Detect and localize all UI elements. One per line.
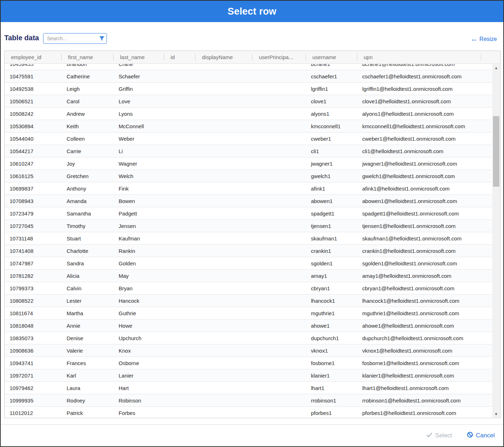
scrollbar-track[interactable] bbox=[492, 71, 500, 417]
table-cell: Samantha bbox=[62, 207, 114, 219]
column-header-display-name[interactable]: displayName bbox=[196, 51, 253, 63]
table-cell bbox=[196, 282, 253, 294]
table-cell bbox=[196, 394, 253, 406]
vertical-scrollbar[interactable]: ▲ ▼ bbox=[492, 64, 500, 417]
column-header-user-principal-name[interactable]: userPrincipa... bbox=[253, 51, 306, 63]
scrollbar-thumb[interactable] bbox=[493, 116, 499, 187]
table-cell: Calvin bbox=[62, 282, 114, 294]
table-row[interactable]: 10908636ValerieKnoxvknox1vknox1@helloidt… bbox=[5, 344, 492, 357]
table-cell: crankin1 bbox=[306, 245, 357, 257]
table-row[interactable]: 10699837AnthonyFinkafink1afink1@helloidt… bbox=[5, 182, 492, 195]
table-row[interactable]: 10747987SandraGoldensgolden1sgolden1@hel… bbox=[5, 257, 492, 270]
table-cell: fosborne1 bbox=[306, 357, 357, 369]
table-cell bbox=[164, 64, 196, 70]
table-row[interactable]: 10723479SamanthaPadgettspadgett1spadgett… bbox=[5, 207, 492, 220]
table-cell: 10908636 bbox=[5, 344, 62, 357]
table-cell: Lanier bbox=[114, 369, 164, 381]
table-cell bbox=[253, 332, 306, 344]
select-button[interactable]: Select bbox=[426, 432, 452, 439]
table-row[interactable]: 10506521CarolLoveclove1clove1@helloidtes… bbox=[5, 95, 492, 108]
table-cell: Carol bbox=[62, 95, 114, 107]
table-cell: Karl bbox=[62, 369, 114, 381]
table-cell: Upchurch bbox=[114, 332, 164, 344]
scroll-down-icon[interactable]: ▼ bbox=[492, 410, 500, 417]
table-cell: rrobinson1@helloidtest1.onmicrosoft.com bbox=[357, 394, 481, 406]
table-row[interactable]: 10459455BrandonCranebcrane1bcrane1@hello… bbox=[5, 64, 492, 70]
table-cell: afink1 bbox=[306, 182, 357, 194]
table-cell: lhart1@helloidtest1.onmicrosoft.com bbox=[357, 382, 481, 394]
table-cell: clove1 bbox=[306, 95, 357, 107]
table-row[interactable]: 10979462LauraHartlhart1lhart1@helloidtes… bbox=[5, 382, 492, 394]
table-cell: Denise bbox=[62, 332, 114, 344]
table-cell bbox=[253, 182, 306, 194]
table-row[interactable]: 10544040ColleenWebercweber1cweber1@hello… bbox=[5, 132, 492, 145]
table-cell: gwelch1@helloidtest1.onmicrosoft.com bbox=[357, 170, 481, 182]
table-row[interactable]: 10530894KeithMcConnellkmcconnell1kmcconn… bbox=[5, 120, 492, 132]
table-row[interactable]: 10492538LeighGriffinlgriffin1lgriffin1@h… bbox=[5, 83, 492, 95]
column-header-upn[interactable]: upn bbox=[357, 51, 481, 63]
table-row[interactable]: 10610247JoyWagnerjwagner1jwagner1@helloi… bbox=[5, 157, 492, 170]
table-row[interactable]: 10835073DeniseUpchurchdupchurch1dupchurc… bbox=[5, 332, 492, 344]
search-input[interactable] bbox=[43, 36, 97, 41]
table-rows: 10459455BrandonCranebcrane1bcrane1@hello… bbox=[5, 64, 492, 418]
table-row[interactable]: 10616125GretchenWelchgwelch1gwelch1@hell… bbox=[5, 170, 492, 182]
table-cell: cbryan1 bbox=[306, 282, 357, 294]
table-cell: Keith bbox=[62, 120, 114, 132]
table-cell: 10616125 bbox=[5, 170, 62, 182]
scroll-up-icon[interactable]: ▲ bbox=[492, 64, 500, 71]
table-cell bbox=[196, 407, 253, 418]
table-cell: Catherine bbox=[62, 70, 114, 82]
cancel-button[interactable]: Cancel bbox=[467, 432, 495, 440]
table-row[interactable]: 10727045TimothyJensentjensen1tjensen1@he… bbox=[5, 220, 492, 232]
table-row[interactable]: 10972071KarlLanierklanier1klanier1@hello… bbox=[5, 369, 492, 382]
table-row[interactable]: 11012012PatrickForbespforbes1pforbes1@he… bbox=[5, 407, 492, 418]
table-row[interactable]: 10999935RodneyRobinsonrrobinson1rrobinso… bbox=[5, 394, 492, 407]
table-cell bbox=[196, 245, 253, 257]
table-cell: Hancock bbox=[114, 295, 164, 307]
table-cell bbox=[164, 357, 196, 369]
table-row[interactable]: 10799373CalvinBryancbryan1cbryan1@helloi… bbox=[5, 282, 492, 295]
column-header-last-name[interactable]: last_name bbox=[114, 51, 164, 63]
table-cell bbox=[196, 120, 253, 132]
table-row[interactable]: 10808522LesterHancocklhancock1lhancock1@… bbox=[5, 295, 492, 307]
filter-funnel-icon[interactable] bbox=[97, 36, 106, 41]
resize-arrows-icon: ↔ bbox=[471, 36, 477, 42]
table-row[interactable]: 10818048AnnieHoweahowe1ahowe1@helloidtes… bbox=[5, 319, 492, 332]
table-row[interactable]: 10811674MarthaGuthriemguthrie1mguthrie1@… bbox=[5, 307, 492, 319]
column-header-username[interactable]: username bbox=[306, 51, 357, 63]
table-cell: 10972071 bbox=[5, 369, 62, 381]
table-row[interactable]: 10708943AmandaBowenabowen1abowen1@helloi… bbox=[5, 195, 492, 207]
table-row[interactable]: 10544217CarrieLicli1cli1@helloidtest1.on… bbox=[5, 145, 492, 157]
table-cell: Weber bbox=[114, 132, 164, 145]
table-cell: lgriffin1 bbox=[306, 83, 357, 95]
search-box[interactable] bbox=[43, 33, 107, 44]
table-cell: gwelch1 bbox=[306, 170, 357, 182]
table-cell: Bryan bbox=[114, 282, 164, 294]
table-cell bbox=[196, 369, 253, 381]
table-cell bbox=[164, 83, 196, 95]
table-row[interactable]: 10781282AliciaMayamay1amay1@helloidtest1… bbox=[5, 270, 492, 282]
table-cell: kmcconnell1 bbox=[306, 120, 357, 132]
table-row[interactable]: 10741408CharlotteRankincrankin1crankin1@… bbox=[5, 245, 492, 257]
column-header-id[interactable]: id bbox=[164, 51, 196, 63]
table-cell: Valerie bbox=[62, 344, 114, 357]
column-header-first-name[interactable]: first_name bbox=[62, 51, 114, 63]
table-cell bbox=[196, 108, 253, 120]
table-row[interactable]: 10475591CatherineSchaefercschaefer1cscha… bbox=[5, 70, 492, 83]
table-cell: Sandra bbox=[62, 257, 114, 269]
select-row-dialog: Select row Table data ↔ Resize employee_… bbox=[0, 0, 504, 447]
table-cell: Gretchen bbox=[62, 170, 114, 182]
table-cell bbox=[253, 357, 306, 369]
table-cell bbox=[164, 319, 196, 332]
table-cell: Brandon bbox=[62, 64, 114, 70]
dialog-titlebar: Select row bbox=[1, 1, 503, 22]
column-header-employee-id[interactable]: employee_id bbox=[5, 51, 62, 63]
table-cell: klanier1@helloidtest1.onmicrosoft.com bbox=[357, 369, 481, 381]
table-cell bbox=[253, 307, 306, 319]
table-row[interactable]: 10943741FrancesOsbornefosborne1fosborne1… bbox=[5, 357, 492, 369]
table-row[interactable]: 10508242AndrewLyonsalyons1alyons1@helloi… bbox=[5, 108, 492, 120]
table-row[interactable]: 10731148StuartKaufmanskaufman1skaufman1@… bbox=[5, 232, 492, 245]
resize-button[interactable]: ↔ Resize bbox=[471, 36, 497, 42]
table-cell bbox=[253, 245, 306, 257]
table-cell: 10708943 bbox=[5, 195, 62, 207]
